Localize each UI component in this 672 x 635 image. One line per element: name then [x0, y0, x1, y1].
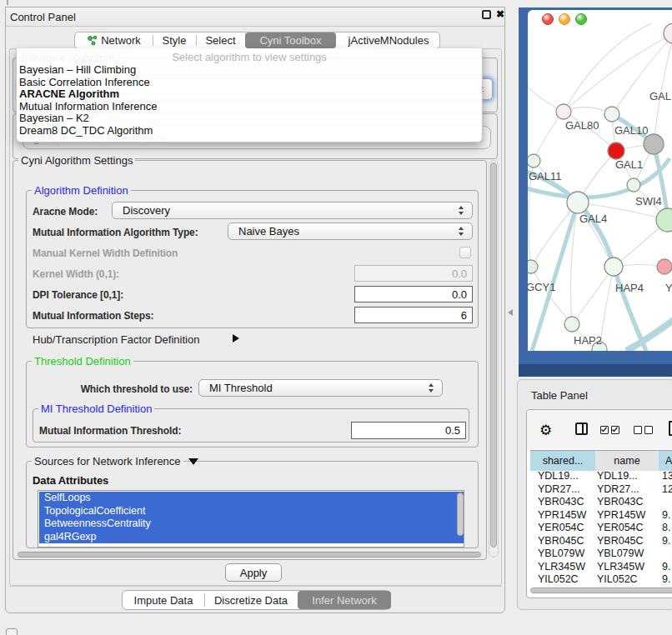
algorithm-option[interactable]: ARACNE Algorithm: [19, 88, 479, 101]
settings-horizontal-scrollbar[interactable]: [16, 551, 484, 558]
apply-button[interactable]: Apply: [225, 563, 282, 582]
tab-label: Impute Data: [134, 594, 193, 607]
data-attribute-item[interactable]: gal4RGexp: [39, 531, 464, 544]
gear-icon[interactable]: ⚙: [539, 422, 552, 438]
table-row[interactable]: YDL19...YDL19...13: [530, 470, 672, 483]
table-horizontal-scrollbar[interactable]: [530, 587, 672, 594]
tab-cyni-toolbox[interactable]: Cyni Toolbox: [245, 32, 336, 48]
mi-steps-input[interactable]: 6: [354, 307, 473, 323]
settings-vertical-scrollbar[interactable]: [489, 160, 499, 558]
table-row[interactable]: YLR345WYLR345W9.: [530, 561, 672, 574]
network-node[interactable]: [644, 134, 664, 154]
table-row[interactable]: YBR045CYBR045C9.: [530, 535, 672, 548]
tab-jactivemnodules[interactable]: jActiveMNodules: [336, 32, 441, 48]
algorithm-option[interactable]: Basic Correlation Inference: [19, 77, 479, 89]
tab-label: Network: [101, 34, 141, 47]
mi-type-combo[interactable]: Naive Bayes: [228, 222, 473, 240]
table-cell: [662, 548, 672, 561]
table-cell: YBR043C: [538, 496, 593, 509]
tab-discretize-data[interactable]: Discretize Data: [204, 591, 298, 609]
float-window-icon[interactable]: [482, 10, 491, 19]
column-header-3[interactable]: A: [659, 451, 672, 471]
table-row[interactable]: YIL052CYIL052C9.: [530, 573, 672, 586]
network-node[interactable]: [608, 142, 624, 159]
table-row[interactable]: YBR043CYBR043C: [530, 496, 672, 509]
dpi-tolerance-input[interactable]: 0.0: [354, 286, 473, 302]
aracne-mode-combo[interactable]: Discovery: [112, 202, 473, 219]
mi-type-label: Mutual Information Algorithm Type:: [33, 226, 198, 239]
table-cell: YLR345W: [597, 561, 659, 574]
network-node-label: GAL11: [529, 170, 562, 182]
algorithm-option[interactable]: Bayesian – K2: [19, 112, 479, 125]
table-cell: YER054C: [538, 522, 593, 535]
network-node[interactable]: [564, 317, 579, 332]
table-row[interactable]: YER054CYER054C8.: [530, 522, 672, 535]
column-header-2[interactable]: name: [595, 451, 659, 471]
table-horizontal-scrollbar-thumb[interactable]: [530, 588, 672, 593]
column-header-1[interactable]: shared...: [530, 451, 596, 471]
manual-kernel-checkbox[interactable]: [459, 247, 471, 258]
hub-expand-arrow-icon[interactable]: [233, 334, 239, 342]
close-icon[interactable]: ✖: [496, 8, 504, 20]
network-node[interactable]: [604, 258, 623, 276]
split-columns-icon[interactable]: [575, 422, 588, 435]
data-attribute-item[interactable]: BetweennessCentrality: [39, 518, 464, 531]
collapsed-panel-icon[interactable]: [6, 628, 18, 635]
network-edge[interactable]: [572, 267, 614, 324]
new-table-icon[interactable]: [669, 421, 672, 436]
tab-infer-network[interactable]: Infer Network: [298, 591, 391, 609]
data-attribute-item[interactable]: TopologicalCoefficient: [39, 505, 464, 518]
tab-label: Cyni Toolbox: [259, 34, 321, 47]
network-node-label: HAP4: [615, 282, 644, 294]
network-node[interactable]: [664, 23, 672, 43]
hub-definition-label: Hub/Transcription Factor Definition: [33, 333, 199, 346]
algorithm-option[interactable]: Mutual Information Inference: [19, 101, 479, 113]
list-scrollbar-thumb[interactable]: [457, 492, 464, 536]
tab-style[interactable]: Style: [153, 32, 196, 48]
control-panel-window: Control Panel ✖ NetworkStyleSelectCyni T…: [5, 7, 505, 613]
data-attribute-item[interactable]: SelfLoops: [39, 492, 464, 505]
network-node[interactable]: [567, 192, 589, 213]
network-node[interactable]: [604, 107, 619, 122]
splitter-arrow-icon[interactable]: [508, 309, 513, 316]
tab-select[interactable]: Select: [196, 32, 245, 48]
network-canvas[interactable]: GALGAL80GAL10GAL1GAL11SWI4GAL4GCY1HAP4YH…: [528, 23, 672, 351]
tab-label: Discretize Data: [214, 594, 288, 607]
table-cell: 9.: [662, 509, 672, 522]
network-edge[interactable]: [654, 34, 672, 144]
table-body: YDL19...YDL19...13YDR27...YDR27...12YBR0…: [530, 470, 672, 586]
network-edge[interactable]: [531, 267, 572, 324]
network-node[interactable]: [528, 154, 540, 168]
table-row[interactable]: YPR145WYPR145W9.: [530, 509, 672, 522]
table-cell: YBR045C: [538, 535, 593, 548]
network-node[interactable]: [528, 260, 538, 273]
table-row[interactable]: YDR27...YDR27...12: [530, 483, 672, 497]
settings-vertical-scrollbar-thumb[interactable]: [490, 162, 497, 548]
network-node-label: HAP2: [574, 334, 602, 347]
tab-network[interactable]: Network: [75, 32, 153, 48]
network-node-label: GAL80: [565, 119, 599, 132]
tab-label: Infer Network: [312, 594, 376, 607]
table-cell: YBR045C: [597, 535, 659, 548]
kernel-width-input[interactable]: 0.0: [354, 265, 473, 282]
network-node-label: GAL: [649, 90, 671, 102]
network-node[interactable]: [657, 259, 672, 274]
table-row[interactable]: YBL079WYBL079W: [530, 548, 672, 561]
network-edge[interactable]: [531, 202, 578, 267]
mi-threshold-input[interactable]: 0.5: [351, 422, 466, 439]
algorithm-option[interactable]: Dream8 DC_TDC Algorithm: [19, 125, 479, 138]
which-threshold-combo[interactable]: MI Threshold: [198, 379, 443, 397]
network-node[interactable]: [627, 178, 640, 192]
settings-horizontal-scrollbar-thumb[interactable]: [18, 552, 481, 558]
aracne-mode-value: Discovery: [123, 204, 170, 217]
sources-collapse-arrow-icon[interactable]: [188, 458, 198, 465]
network-node[interactable]: [556, 104, 571, 119]
algorithm-option[interactable]: Bayesian – Hill Climbing: [19, 64, 479, 77]
network-edge[interactable]: [534, 112, 564, 161]
data-attributes-list[interactable]: SelfLoopsTopologicalCoefficientBetweenne…: [38, 490, 464, 548]
tab-impute-data[interactable]: Impute Data: [123, 591, 204, 609]
table-cell: YIL052C: [538, 573, 593, 586]
table-cell: YDL19...: [538, 470, 593, 483]
tab-label: jActiveMNodules: [349, 34, 429, 47]
tab-label: Style: [163, 34, 187, 47]
